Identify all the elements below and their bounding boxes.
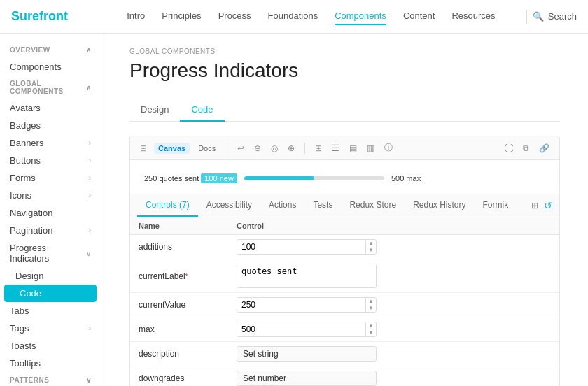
nav-principles[interactable]: Principles	[162, 8, 201, 25]
info-icon[interactable]: ⓘ	[382, 141, 396, 155]
sidebar-item-components[interactable]: Components	[0, 58, 101, 76]
sidebar-item-toasts[interactable]: Toasts	[0, 337, 101, 355]
sidebar-item-avatars[interactable]: Avatars	[0, 99, 101, 117]
zoom-reset-icon[interactable]: ◎	[268, 142, 281, 155]
row-downgrades-control[interactable]: Set number	[228, 366, 559, 387]
fullscreen-icon[interactable]: ⛶	[502, 142, 516, 155]
undo-icon[interactable]: ↩	[234, 142, 247, 155]
row-currentlabel-control[interactable]: quotes sent	[228, 259, 559, 293]
patterns-chevron-icon: ∨	[86, 376, 92, 384]
downgrades-set-number-button[interactable]: Set number	[237, 371, 377, 386]
currentlabel-textarea[interactable]: quotes sent	[237, 264, 376, 285]
top-nav: Surefront Intro Principles Process Found…	[0, 0, 588, 34]
sidebar-item-forms[interactable]: Forms›	[0, 169, 101, 187]
sidebar-global-components-header[interactable]: GLOBAL COMPONENTS ∧	[0, 76, 101, 99]
row-max-control[interactable]: ▲▼	[228, 317, 559, 342]
docs-button[interactable]: Docs	[194, 143, 220, 154]
toolbar-divider-1	[227, 143, 227, 154]
open-icon[interactable]: ⧉	[520, 142, 532, 155]
max-spinner[interactable]: ▲▼	[365, 322, 376, 336]
ctrl-tab-redux-history[interactable]: Redux History	[405, 194, 474, 217]
zoom-out-icon[interactable]: ⊖	[251, 142, 264, 155]
sidebar-item-icons[interactable]: Icons›	[0, 187, 101, 204]
nav-links: Intro Principles Process Foundations Com…	[96, 8, 526, 25]
sidebar-item-badges[interactable]: Badges	[0, 117, 101, 134]
currentvalue-number-input[interactable]: ▲▼	[237, 297, 377, 313]
max-number-input[interactable]: ▲▼	[237, 322, 377, 337]
toolbar-divider-2	[304, 143, 305, 154]
main-content: GLOBAL COMPONENTS Progress Indicators De…	[102, 34, 588, 386]
grid-ctrl-icon[interactable]: ⊞	[528, 198, 541, 213]
view-icon[interactable]: ▥	[364, 142, 377, 155]
sidebar-item-design[interactable]: Design	[0, 267, 101, 285]
row-max-label: max	[130, 317, 228, 342]
sidebar-patterns-header[interactable]: PATTERNS ∨	[0, 372, 101, 386]
search-label: Search	[548, 11, 577, 22]
banners-chevron-icon: ›	[89, 139, 91, 147]
zoom-in-icon[interactable]: ⊕	[285, 142, 298, 155]
sidebar-item-progress-indicators[interactable]: Progress Indicators∨	[0, 239, 101, 267]
row-description-label: description	[130, 342, 228, 366]
tab-design[interactable]: Design	[130, 99, 180, 122]
ctrl-tab-accessibility[interactable]: Accessibility	[198, 194, 260, 217]
layout: OVERVIEW ∧ Components GLOBAL COMPONENTS …	[0, 34, 588, 386]
nav-intro[interactable]: Intro	[127, 8, 145, 25]
tags-chevron-icon: ›	[89, 324, 91, 332]
breadcrumb: GLOBAL COMPONENTS	[130, 48, 560, 55]
sidebar-item-banners[interactable]: Banners›	[0, 134, 101, 152]
storybook-sync-icon[interactable]: ⊟	[137, 142, 150, 155]
progress-track	[244, 176, 384, 180]
ctrl-tab-formik[interactable]: Formik	[474, 194, 517, 217]
row-currentvalue-control[interactable]: ▲▼	[228, 293, 559, 317]
icons-chevron-icon: ›	[89, 192, 91, 199]
currentlabel-textarea-wrap[interactable]: quotes sent	[237, 264, 377, 288]
nav-process[interactable]: Process	[218, 8, 251, 25]
control-column-header: Control	[228, 217, 559, 235]
sidebar-item-pagination[interactable]: Pagination›	[0, 222, 101, 239]
row-currentlabel-label: currentLabel*	[130, 259, 228, 293]
canvas-button[interactable]: Canvas	[154, 143, 190, 154]
align-icon[interactable]: ☰	[329, 142, 342, 155]
layout-icon[interactable]: ▤	[346, 142, 360, 155]
logo: Surefront	[11, 9, 68, 24]
nav-resources[interactable]: Resources	[451, 8, 495, 25]
row-downgrades-label: downgrades	[130, 366, 228, 387]
additions-number-input[interactable]: ▲▼	[237, 239, 377, 255]
ctrl-tab-actions[interactable]: Actions	[260, 194, 304, 217]
nav-components[interactable]: Components	[335, 8, 386, 25]
additions-input[interactable]	[237, 240, 365, 254]
controls-tabs: Controls (7) Accessibility Actions Tests…	[130, 194, 559, 217]
currentvalue-input[interactable]	[237, 298, 365, 312]
nav-foundations[interactable]: Foundations	[268, 8, 318, 25]
max-input[interactable]	[237, 322, 365, 336]
nav-content[interactable]: Content	[403, 8, 435, 25]
grid-icon[interactable]: ⊞	[312, 142, 325, 155]
buttons-chevron-icon: ›	[89, 157, 91, 164]
sidebar-item-navigation[interactable]: Navigation	[0, 204, 101, 222]
table-row: currentLabel* quotes sent	[130, 259, 559, 293]
sidebar-item-tabs[interactable]: Tabs	[0, 302, 101, 320]
reset-controls-button[interactable]: ↺	[544, 200, 552, 211]
nav-divider	[526, 10, 527, 24]
additions-spinner[interactable]: ▲▼	[365, 240, 376, 254]
row-description-control[interactable]: Set string	[228, 342, 559, 366]
sidebar-item-buttons[interactable]: Buttons›	[0, 152, 101, 169]
ctrl-tab-tests[interactable]: Tests	[304, 194, 341, 217]
sidebar-overview-header[interactable]: OVERVIEW ∧	[0, 42, 101, 58]
sidebar-item-code[interactable]: Code	[4, 285, 97, 302]
description-set-string-button[interactable]: Set string	[237, 346, 377, 362]
ctrl-tab-controls[interactable]: Controls (7)	[137, 194, 198, 217]
sidebar-item-tags[interactable]: Tags›	[0, 320, 101, 337]
ctrl-tab-redux-store[interactable]: Redux Store	[341, 194, 405, 217]
global-components-chevron-icon: ∧	[86, 84, 92, 92]
row-additions-control[interactable]: ▲▼	[228, 235, 559, 259]
table-row: currentValue ▲▼	[130, 293, 559, 317]
currentvalue-spinner[interactable]: ▲▼	[365, 298, 376, 312]
link-icon[interactable]: 🔗	[536, 142, 552, 155]
required-indicator: *	[186, 273, 188, 280]
sidebar-item-tooltips[interactable]: Tooltips	[0, 355, 101, 372]
storybook-panel: ⊟ Canvas Docs ↩ ⊖ ◎ ⊕ ⊞ ☰ ▤ ▥ ⓘ ⛶ ⧉ 🔗	[130, 136, 560, 386]
search-button[interactable]: 🔍 Search	[533, 11, 577, 22]
tab-code[interactable]: Code	[180, 99, 224, 122]
row-currentvalue-label: currentValue	[130, 293, 228, 317]
